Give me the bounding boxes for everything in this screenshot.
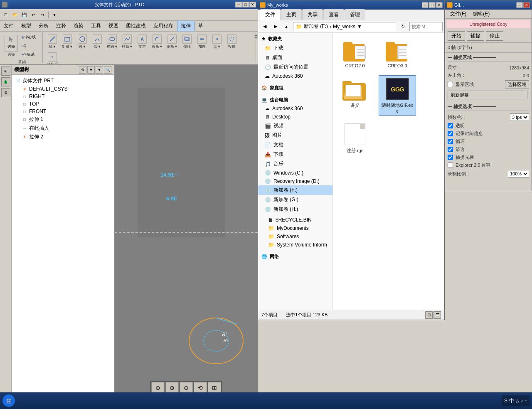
gif-transparent-check[interactable] xyxy=(448,123,453,128)
ribbon-btn-point[interactable]: • 点 xyxy=(20,42,41,50)
gif-select-region-btn[interactable]: 选择区域 xyxy=(505,80,529,89)
fe-view-list-btn[interactable]: ☰ xyxy=(433,311,441,319)
mt-settings-btn[interactable]: ⚙ xyxy=(79,66,86,74)
ptc-minimize-button[interactable]: ─ xyxy=(235,2,242,7)
gif-border-check[interactable] xyxy=(448,147,453,152)
ribbon-btn-rect[interactable]: 矩形▼ xyxy=(60,33,75,51)
ribbon-btn-ellipse[interactable]: 椭圆▼ xyxy=(105,33,120,51)
tree-item-top[interactable]: □ TOP xyxy=(13,100,112,108)
menu-analysis[interactable]: 分析 xyxy=(35,21,52,31)
fe-sidebar-recovery[interactable]: 💿 Recovery Image (D:) xyxy=(258,177,332,185)
menu-file[interactable]: 文件 xyxy=(0,21,17,31)
gif-refresh-btn[interactable]: 刷新屏幕 xyxy=(448,91,527,99)
ribbon-btn-thicken[interactable]: 加厚 xyxy=(195,33,209,51)
orient-btn[interactable]: ⟲ xyxy=(194,382,207,394)
menu-apps[interactable]: 应用程序 xyxy=(150,21,177,31)
zoom-fit-btn[interactable]: ⊙ xyxy=(151,382,165,394)
gif-stop-btn[interactable]: 停止 xyxy=(486,31,503,41)
fe-sidebar-recent[interactable]: 🕐 最近访问的位置 xyxy=(258,62,332,72)
fe-sidebar-newvolg[interactable]: 💿 新加卷 (G:) xyxy=(258,195,332,204)
gif-fps-select[interactable]: 3 fps xyxy=(510,113,529,121)
ribbon-btn-arc[interactable]: 弧▼ xyxy=(90,33,105,51)
fe-up-btn[interactable]: ▲ xyxy=(281,22,291,31)
left-icon-tree[interactable]: 🌲 xyxy=(1,77,10,86)
fe-sidebar-pictures[interactable]: 🖼 图片 xyxy=(258,131,332,140)
file-creo3[interactable]: ──── ──── ──── CREO3.0 xyxy=(379,36,416,70)
fe-sidebar-desktop1[interactable]: 🖥 桌面 xyxy=(258,53,332,62)
menu-sketch[interactable]: 草 xyxy=(195,21,207,31)
fe-sidebar-videos[interactable]: 🎬 视频 xyxy=(258,121,332,131)
left-icon-settings[interactable]: ⚙ xyxy=(1,88,10,97)
menu-annotation[interactable]: 注释 xyxy=(52,21,70,31)
fe-tab-file[interactable]: 文件 xyxy=(260,9,281,20)
ribbon-btn-fillet[interactable]: 圆角▼ xyxy=(150,33,165,51)
tree-item-root[interactable]: 📄 实体文件.PRT xyxy=(13,76,112,85)
gif-cursor-check[interactable] xyxy=(448,155,453,160)
fe-breadcrumb[interactable]: 📁 新加卷 (F:) › My_works ▼ xyxy=(293,22,396,31)
fe-sidebar-recycle[interactable]: 🗑 $RECYCLE.BIN xyxy=(258,216,332,224)
fe-sidebar-music[interactable]: 🎵 音乐 xyxy=(258,159,332,169)
ribbon-btn-offset[interactable]: 偏移 xyxy=(180,33,195,51)
menu-view[interactable]: 视图 xyxy=(105,21,122,31)
fe-sidebar-autodesk1[interactable]: ☁ Autodesk 360 xyxy=(258,72,332,80)
gif-start-btn[interactable]: 开始 xyxy=(448,31,465,41)
fe-sidebar-desktop2[interactable]: 🖥 Desktop xyxy=(258,113,332,121)
ribbon-btn-coord[interactable]: ⌖ 坐标系 xyxy=(20,51,41,59)
ribbon-btn-text[interactable]: A 文本 xyxy=(135,33,150,51)
qa-extra-button[interactable]: ▼ xyxy=(50,11,59,19)
menu-flexible[interactable]: 柔性建模 xyxy=(122,21,150,31)
gif-menu-edit[interactable]: 编辑(E) xyxy=(470,10,493,18)
file-rgs[interactable]: 注册.rgs xyxy=(336,121,374,156)
view-area[interactable]: 14.91 —— 6.90 Ri Ri ⊙ ⊕ ⊖ ⟲ ⊞ xyxy=(115,65,258,399)
fe-search-input[interactable] xyxy=(409,22,443,31)
fe-minimize-btn[interactable]: ─ xyxy=(422,2,429,8)
mt-search-btn[interactable]: 🔍 xyxy=(104,66,111,74)
qa-open-button[interactable]: 📂 xyxy=(11,11,19,19)
gif-pause-btn[interactable]: 辅捉 xyxy=(467,31,484,41)
ribbon-btn-line[interactable]: 线▼ xyxy=(45,33,60,51)
mt-expand-btn[interactable]: ▼ xyxy=(87,66,95,74)
start-button[interactable]: ⊞ xyxy=(2,394,15,407)
qa-new-button[interactable]: 🗋 xyxy=(2,11,10,19)
tree-item-insert-here[interactable]: → 在此插入 xyxy=(13,124,112,133)
ribbon-btn-point2[interactable]: • 点▼ xyxy=(210,33,224,51)
ribbon-btn-chamfer[interactable]: 倒角▼ xyxy=(165,33,180,51)
ribbon-btn-circle[interactable]: 圆▼ xyxy=(75,33,90,51)
fe-sidebar-network[interactable]: 🌐 网络 xyxy=(258,252,332,261)
gif-explorer-check[interactable] xyxy=(448,163,453,168)
fe-back-btn[interactable]: ◀ xyxy=(260,22,270,31)
tree-item-front[interactable]: □ FRONT xyxy=(13,108,112,115)
fe-tab-share[interactable]: 共享 xyxy=(302,9,323,20)
ribbon-btn-centerline[interactable]: ⊕ 中心线 xyxy=(20,33,41,41)
fe-maximize-btn[interactable]: □ xyxy=(429,2,436,8)
fe-sidebar-documents[interactable]: 📄 文档 xyxy=(258,140,332,150)
fe-sidebar-mydocs[interactable]: 📁 MyDocuments xyxy=(258,224,332,232)
qa-redo-button[interactable]: ↪ xyxy=(38,11,47,19)
pan-btn[interactable]: ⊞ xyxy=(208,382,221,394)
ptc-maximize-button[interactable]: □ xyxy=(242,2,249,7)
ribbon-btn-project[interactable]: 投影 xyxy=(225,33,239,51)
qa-undo-button[interactable]: ↩ xyxy=(29,11,37,19)
tree-item-csys[interactable]: ✳ DEFAULT_CSYS xyxy=(13,85,112,93)
menu-render[interactable]: 渲染 xyxy=(70,21,87,31)
gif-scale-select[interactable]: 100% xyxy=(508,170,529,177)
gif-show-region-check[interactable] xyxy=(448,82,453,87)
menu-tools[interactable]: 工具 xyxy=(87,21,105,31)
tree-item-extrude1[interactable]: □ 拉伸 1 xyxy=(13,115,112,124)
ribbon-btn-coord2[interactable]: ⌖ 坐标系 xyxy=(45,51,60,65)
gif-close-btn[interactable]: ✕ xyxy=(523,2,530,8)
mt-filter-btn[interactable]: ▼ xyxy=(96,66,103,74)
ribbon-btn-spline[interactable]: 样条▼ xyxy=(120,33,135,51)
gif-loop-check[interactable] xyxy=(448,139,453,144)
fe-sidebar-downloads1[interactable]: 📁 下载 xyxy=(258,43,332,53)
breadcrumb-dropdown[interactable]: ▼ xyxy=(357,24,362,30)
fe-tab-home[interactable]: 主页 xyxy=(281,9,302,20)
menu-model[interactable]: 模型 xyxy=(17,21,35,31)
fe-tab-manage[interactable]: 管理 xyxy=(345,9,365,20)
fe-sidebar-winc[interactable]: 💿 Windows (C:) xyxy=(258,169,332,177)
file-creo2[interactable]: ──── ──── ──── CREO2.0 xyxy=(336,36,374,70)
tree-item-extrude2[interactable]: ✳ 拉伸 2 xyxy=(13,133,112,141)
fe-sidebar-softwares[interactable]: 📁 Softwares xyxy=(258,232,332,241)
gif-menu-file[interactable]: 文件(F) xyxy=(447,10,470,18)
gif-minimize-btn[interactable]: ─ xyxy=(516,2,523,8)
